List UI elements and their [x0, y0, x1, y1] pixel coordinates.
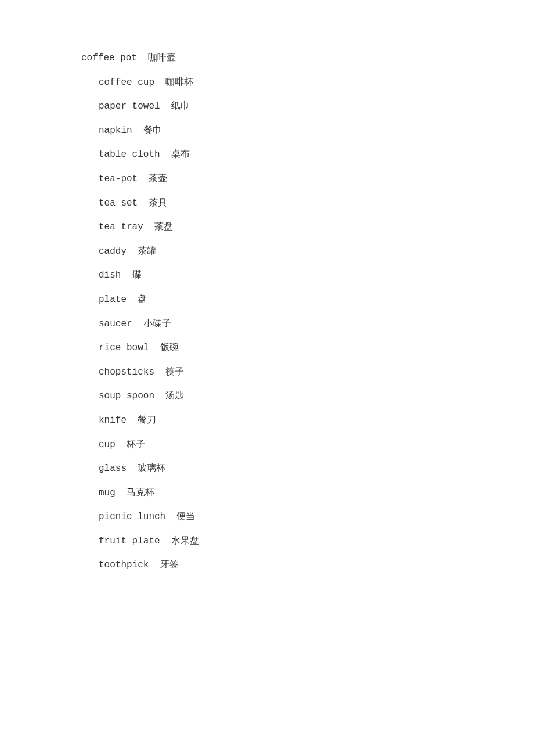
vocab-item: tea tray 茶盘: [0, 215, 534, 240]
vocab-item: napkin 餐巾: [0, 119, 534, 143]
vocab-item: caddy 茶罐: [0, 240, 534, 264]
vocab-item: rice bowl 饭碗: [0, 336, 534, 361]
vocab-item: tea set 茶具: [0, 192, 534, 216]
vocab-item: paper towel 纸巾: [0, 95, 534, 119]
vocab-item: fruit plate 水果盘: [0, 530, 534, 554]
vocab-item: saucer 小碟子: [0, 312, 534, 337]
vocab-item: glass 玻璃杯: [0, 457, 534, 481]
vocab-item: dish 碟: [0, 264, 534, 288]
vocab-item: chopsticks 筷子: [0, 361, 534, 385]
vocab-item: toothpick 牙签: [0, 553, 534, 578]
vocab-item: coffee cup 咖啡杯: [0, 71, 534, 95]
vocab-list: coffee pot 咖啡壶coffee cup 咖啡杯paper towel …: [0, 46, 534, 578]
vocab-item: knife 餐刀: [0, 409, 534, 433]
vocab-item: tea-pot 茶壶: [0, 167, 534, 192]
vocab-item: mug 马克杯: [0, 481, 534, 506]
vocab-item: cup 杯子: [0, 433, 534, 458]
vocab-item: table cloth 桌布: [0, 143, 534, 167]
vocab-item: soup spoon 汤匙: [0, 384, 534, 409]
vocab-item: picnic lunch 便当: [0, 505, 534, 530]
vocab-item: coffee pot 咖啡壶: [0, 46, 534, 71]
vocab-item: plate 盘: [0, 288, 534, 312]
